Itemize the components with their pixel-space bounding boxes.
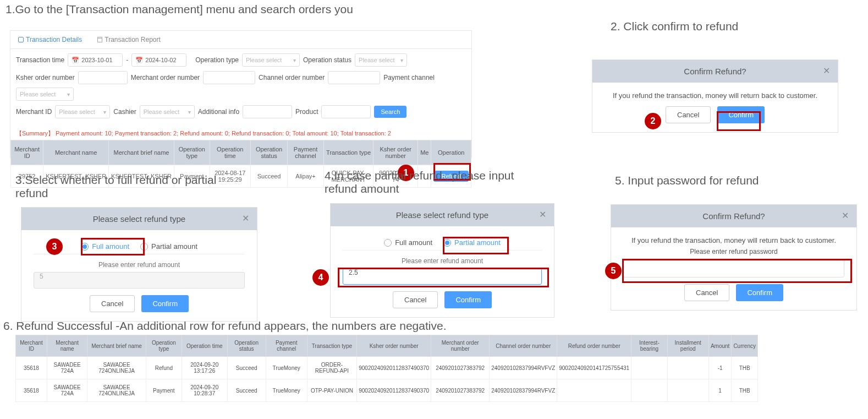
enter-amount-label: Please enter refund amount bbox=[343, 257, 542, 265]
highlight-password bbox=[622, 259, 852, 283]
calendar-icon: 📅 bbox=[72, 57, 79, 64]
ksher-order-input[interactable] bbox=[78, 71, 128, 84]
date-to-input[interactable]: 📅2024-10-02 bbox=[131, 53, 186, 67]
modal-header: Confirm Refund?✕ bbox=[592, 60, 838, 83]
op-status-select[interactable]: Please select▾ bbox=[355, 53, 407, 67]
confirm-button[interactable]: Confirm bbox=[444, 291, 492, 308]
refund-result-panel: Merchant IDMerchant nameMerchant brief n… bbox=[15, 335, 758, 402]
radio-off-icon bbox=[384, 239, 392, 247]
channel-order-input[interactable] bbox=[328, 71, 380, 84]
tab-transaction-report[interactable]: Transaction Report bbox=[90, 31, 168, 48]
label-additional: Additional info bbox=[198, 108, 239, 116]
table-header: Operation bbox=[431, 140, 471, 165]
modal-refund-type-partial: Please select refund type✕ Full amount P… bbox=[330, 203, 554, 318]
step6-title: 6. Refund Successful -An additional row … bbox=[3, 319, 446, 333]
label-op-type: Operation type bbox=[195, 56, 239, 64]
cashier-select[interactable]: Please select▾ bbox=[140, 105, 195, 118]
close-icon[interactable]: ✕ bbox=[823, 66, 830, 76]
label-cashier: Cashier bbox=[113, 108, 136, 116]
label-merchant-id: Merchant ID bbox=[16, 108, 52, 116]
modal-header: Please select refund type✕ bbox=[331, 204, 554, 226]
label-payment-channel: Payment channel bbox=[383, 74, 435, 81]
table-header: Transaction type bbox=[323, 140, 373, 165]
step4-title: 4.In case partial refund , please input … bbox=[325, 169, 545, 195]
badge-4: 4 bbox=[312, 269, 329, 286]
table-header: Operation time bbox=[210, 140, 250, 165]
table-header: Payment channel bbox=[288, 140, 323, 165]
close-icon[interactable]: ✕ bbox=[539, 209, 546, 220]
table-header: Merchant brief name bbox=[87, 335, 146, 357]
label-product: Product bbox=[295, 108, 318, 116]
badge-2: 2 bbox=[645, 113, 661, 129]
search-button[interactable]: Search bbox=[374, 106, 406, 118]
merchant-id-select[interactable]: Please select▾ bbox=[55, 105, 110, 118]
tab-transaction-details[interactable]: Transaction Details bbox=[10, 31, 90, 48]
date-dash: - bbox=[126, 56, 128, 64]
summary-text: 【Summary】 Payment amount: 10; Payment tr… bbox=[10, 127, 471, 140]
details-icon bbox=[18, 37, 24, 42]
table-header: Operation type bbox=[146, 335, 182, 357]
label-merchant-order: Merchant order number bbox=[131, 74, 200, 81]
table-row: 35618SAWADEE 724ASAWADEE 724ONLINEJARefu… bbox=[16, 357, 758, 379]
highlight-amount bbox=[338, 268, 549, 287]
chevron-down-icon: ▾ bbox=[188, 109, 191, 115]
date-from-input[interactable]: 📅2023-10-01 bbox=[68, 53, 123, 67]
label-ksher-order: Ksher order number bbox=[16, 74, 75, 81]
table-header: Merchant name bbox=[43, 140, 109, 165]
table-header: Installment period bbox=[667, 335, 708, 357]
additional-input[interactable] bbox=[243, 105, 292, 118]
cancel-button[interactable]: Cancel bbox=[684, 284, 729, 301]
step5-title: 5. Input password for refund bbox=[615, 174, 759, 187]
radio-partial-amount[interactable]: Partial amount bbox=[140, 242, 197, 251]
op-type-select[interactable]: Please select▾ bbox=[242, 53, 300, 67]
label-op-status: Operation status bbox=[303, 56, 351, 64]
payment-channel-select[interactable]: Please select▾ bbox=[16, 88, 74, 101]
refund-amount-input: 5 bbox=[34, 272, 245, 289]
product-input[interactable] bbox=[321, 105, 371, 118]
table-header: Ksher order number bbox=[373, 140, 418, 165]
chevron-down-icon: ▾ bbox=[293, 57, 296, 63]
step1-title: 1.Go to the [Transaction management] men… bbox=[6, 3, 353, 16]
cancel-button[interactable]: Cancel bbox=[393, 291, 438, 308]
table-header: Operation time bbox=[182, 335, 227, 357]
table-header: Merchant brief name bbox=[109, 140, 174, 165]
enter-amount-label: Please enter refund amount bbox=[34, 261, 245, 269]
radio-full-amount[interactable]: Full amount bbox=[384, 238, 432, 247]
chevron-down-icon: ▾ bbox=[400, 57, 403, 63]
label-channel-order: Channel order number bbox=[259, 74, 325, 81]
close-icon[interactable]: ✕ bbox=[842, 210, 849, 221]
close-icon[interactable]: ✕ bbox=[242, 213, 249, 224]
modal-header: Confirm Refund?✕ bbox=[611, 205, 856, 227]
cancel-button[interactable]: Cancel bbox=[666, 106, 711, 123]
modal-confirm-refund: Confirm Refund?✕ If you refund the trans… bbox=[592, 59, 838, 133]
step3-title: 3.Select whether to full refund or parti… bbox=[15, 173, 235, 200]
confirm-button[interactable]: Confirm bbox=[736, 284, 783, 301]
modal-body-text: If you refund the transaction, money wil… bbox=[623, 236, 844, 244]
table-header: Payment channel bbox=[266, 335, 307, 357]
highlight-full bbox=[81, 238, 145, 255]
confirm-button[interactable]: Confirm bbox=[141, 295, 189, 312]
table-header: Operation type bbox=[174, 140, 210, 165]
cancel-button[interactable]: Cancel bbox=[90, 295, 135, 312]
table-header: Transaction type bbox=[307, 335, 357, 357]
table-header: Ksher order number bbox=[357, 335, 431, 357]
table-header: Operation status bbox=[250, 140, 287, 165]
table-header: Refund order number bbox=[557, 335, 631, 357]
table-header: Currency bbox=[732, 335, 758, 357]
step2-title: 2. Click confirm to refund bbox=[611, 20, 738, 33]
table-header: Merchant name bbox=[47, 335, 87, 357]
table-header: Channel order number bbox=[490, 335, 557, 357]
table-header: Interest-bearing bbox=[631, 335, 667, 357]
chevron-down-icon: ▾ bbox=[103, 109, 106, 115]
modal-header: Please select refund type✕ bbox=[21, 208, 257, 230]
calendar-icon: 📅 bbox=[135, 57, 143, 64]
table-row: 35618SAWADEE 724ASAWADEE 724ONLINEJAPaym… bbox=[16, 379, 758, 402]
label-txn-time: Transaction time bbox=[16, 56, 64, 64]
table-header: Me bbox=[418, 140, 431, 165]
table-header: Merchant ID bbox=[11, 140, 43, 165]
transaction-panel: Transaction Details Transaction Report T… bbox=[10, 30, 472, 158]
table-header: Amount bbox=[708, 335, 731, 357]
merchant-order-input[interactable] bbox=[203, 71, 255, 84]
report-icon bbox=[97, 37, 102, 42]
password-label: Please enter refund password bbox=[623, 248, 844, 255]
